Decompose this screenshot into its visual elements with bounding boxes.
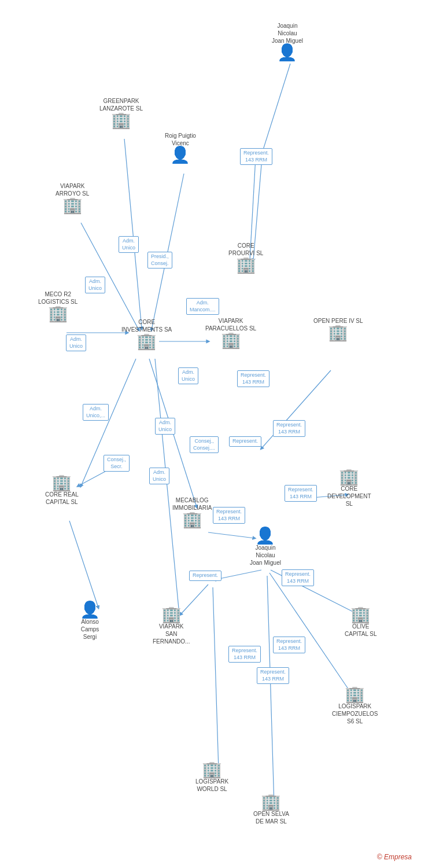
core-prourvi-label: CORE PROURVI SL [228,242,263,257]
viapark-san-label: VIAPARK SAN FERNANDO... [153,623,190,645]
alonso-node: 👤 Alonso Camps Sergi [80,602,100,641]
building-icon-prourvi: 🏢 [236,257,256,273]
core-development-node: 🏢 CORE DEVELOPMENT SL [327,469,371,507]
viapark-san-node: 🏢 VIAPARK SAN FERNANDO... [153,606,190,645]
svg-line-17 [267,576,274,804]
person-icon: 👤 [277,45,297,61]
represent-143-3: Represent. 143 RRM [273,420,305,437]
represent-badge-7: Represent. 143 RRM [273,637,305,653]
building-icon-logispark-w: 🏢 [202,762,222,778]
represent-single-badge: Represent. [189,571,221,581]
presid-consej-node: Presid., Consej. [147,252,172,269]
svg-line-18 [208,532,254,538]
adm-badge-left: Adm. Unico,... [83,404,109,421]
core-real-capital-node: 🏢 CORE REAL CAPITAL SL [45,475,79,506]
represent-badge-2: Represent. 143 RRM [237,370,269,387]
watermark-text: © Empresa [377,853,412,861]
core-development-label: CORE DEVELOPMENT SL [327,485,371,507]
svg-line-0 [261,64,290,155]
represent-badge-8: Represent. 143 RRM [257,667,289,684]
joaquin-top-label: Joaquin Nicolau Joan Miguel [272,22,303,45]
svg-line-9 [155,359,179,615]
adm-unico-4: Adm. Unico [178,367,198,384]
adm-badge-6: Adm. Unico [149,468,169,484]
joaquin-mid-node: 👤 Joaquin Nicolau Joan Miguel [250,528,281,567]
building-icon: 🏢 [111,112,131,128]
adm-unico-3: Adm. Unico [66,334,86,351]
represent-3-node: Represent. [229,436,261,447]
represent-143-7: Represent. 143 RRM [273,637,305,653]
consej-badge: Consej., Consej.... [190,436,219,453]
consej-consej-node: Consej., Consej.... [190,436,219,453]
svg-line-14 [213,587,219,770]
diagram-canvas: Joaquin Nicolau Joan Miguel 👤 GREENPARK … [0,0,421,868]
represent-badge-mecablog: Represent. 143 RRM [213,507,245,524]
adm-unico-6: Adm. Unico [149,468,169,484]
greenpark-label: GREENPARK LANZAROTE SL [99,97,143,112]
roig-label: Roig Puigtio Vicenc [165,132,196,147]
presid-badge: Presid., Consej. [147,252,172,269]
represent-badge-top: Represent. 143 RRM [240,148,272,165]
represent-badge-4: Represent. 143 RRM [285,485,317,502]
olive-label: OLIVE CAPITAL SL [345,623,377,638]
alonso-label: Alonso Camps Sergi [81,618,99,641]
adm-mancom-node: Adm. Mancom.... [186,298,219,315]
building-icon-paracuellos: 🏢 [221,332,241,348]
joaquin-mid-label: Joaquin Nicolau Joan Miguel [250,544,281,567]
represent-143-5: Represent. 143 RRM [282,569,314,586]
building-icon-open-selva: 🏢 [261,794,281,810]
building-icon-mecablog: 🏢 [182,512,202,528]
represent-joaquin: Represent. [189,571,221,581]
open-pere-node: OPEN PERE IV SL 🏢 [313,317,363,341]
represent-143-mecablog: Represent. 143 RRM [213,507,245,524]
represent-badge-6: Represent. 143 RRM [228,646,261,663]
building-icon-logispark-c: 🏢 [345,686,365,703]
core-prourvi-node: CORE PROURVI SL 🏢 [228,242,263,273]
represent-143-8: Represent. 143 RRM [257,667,289,684]
represent-143-4: Represent. 143 RRM [285,485,317,502]
joaquin-top-node: Joaquin Nicolau Joan Miguel 👤 [272,22,303,61]
logispark-ciempozuelos-label: LOGISPARK CIEMPOZUELOS S6 SL [332,703,378,725]
building-icon-core-orange: 🏢 [136,333,157,350]
svg-line-3 [124,139,142,329]
building-icon-viapark: 🏢 [62,197,83,214]
adm-unico-2: Adm. Unico [85,277,105,293]
greenpark-node: GREENPARK LANZAROTE SL 🏢 [99,97,143,128]
adm-badge-2: Adm. Unico [85,277,105,293]
represent-badge-5: Represent. 143 RRM [282,569,314,586]
connection-lines [0,0,421,868]
open-selva-node: 🏢 OPEN SELVA DE MAR SL [253,794,289,825]
building-icon-open-pere: 🏢 [328,325,348,341]
adm-unico-5: Adm. Unico [155,418,175,435]
logispark-ciempozuelos-node: 🏢 LOGISPARK CIEMPOZUELOS S6 SL [332,686,378,725]
adm-unico-left: Adm. Unico,... [83,404,109,421]
consej-secr-badge: Consej., Secr. [104,455,130,472]
adm-badge-3: Adm. Unico [66,334,86,351]
mecablog-node: MECABLOG IMMOBILIARIA 🏢 [172,496,212,528]
building-icon-core-real: 🏢 [51,475,72,491]
roig-node: Roig Puigtio Vicenc 👤 [165,132,196,163]
logispark-world-label: LOGISPARK WORLD SL [195,778,228,793]
mecablog-label: MECABLOG IMMOBILIARIA [172,496,212,512]
viapark-paracuellos-node: VIAPARK PARACUELLOS SL 🏢 [205,317,256,348]
person-icon-roig: 👤 [170,147,190,163]
watermark: © Empresa [377,853,412,861]
core-investments-label: CORE INVESTMENTS SA [121,318,172,333]
building-icon-viapark-san: 🏢 [161,606,182,623]
core-real-capital-label: CORE REAL CAPITAL SL [45,491,79,506]
olive-capital-node: 🏢 OLIVE CAPITAL SL [345,606,377,638]
adm-badge-4: Adm. Unico [178,367,198,384]
person-icon-alonso: 👤 [80,602,100,618]
adm-badge-1: Adm. Unico [119,236,139,253]
consej-secr-node: Consej., Secr. [104,455,130,472]
represent-badge-3: Represent. [229,436,261,447]
represent-143-6: Represent. 143 RRM [228,646,261,663]
person-icon-joaquin-mid: 👤 [255,528,275,544]
adm-unico-1: Adm. Unico [119,236,139,253]
open-selva-label: OPEN SELVA DE MAR SL [253,810,289,825]
building-icon-meco: 🏢 [48,306,68,322]
svg-line-20 [69,521,98,608]
viapark-paracuellos-label: VIAPARK PARACUELLOS SL [205,317,256,332]
viapark-arroyo-node: VIAPARK ARROYO SL 🏢 [56,182,89,214]
represent-143-2: Represent. 143 RRM [237,370,269,387]
